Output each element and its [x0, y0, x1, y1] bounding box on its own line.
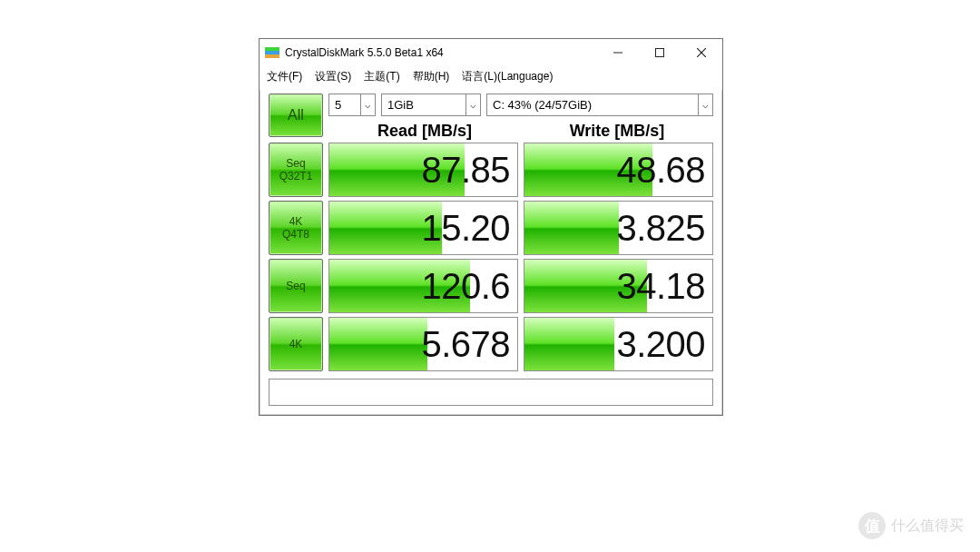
menubar: 文件(F) 设置(S) 主题(T) 帮助(H) 语言(L)(Language) [260, 66, 722, 90]
seq-write-value: 34.18 [524, 260, 712, 312]
client-area: All 5 ⌵ 1GiB ⌵ C: 43% (24/57GiB) ⌵ [260, 90, 722, 415]
svg-rect-2 [265, 54, 279, 58]
seq-q32t1-write: 48.68 [524, 143, 713, 197]
titlebar: CrystalDiskMark 5.5.0 Beta1 x64 [260, 39, 722, 66]
4k-q4t8-button[interactable]: 4K Q4T8 [269, 201, 323, 255]
4k-q4t8-write-value: 3.825 [524, 202, 712, 254]
row-seq: Seq 120.6 34.18 [269, 259, 713, 313]
app-icon [265, 45, 279, 60]
4k-read: 5.678 [328, 317, 518, 371]
menu-file[interactable]: 文件(F) [263, 68, 306, 85]
4k-write-value: 3.200 [524, 318, 712, 370]
seq-read-value: 120.6 [329, 260, 517, 312]
watermark-text: 什么值得买 [891, 517, 964, 536]
seq-q32t1-read: 87.85 [328, 143, 518, 197]
row-seq-q32t1: Seq Q32T1 87.85 48.68 [269, 143, 713, 197]
svg-rect-1 [265, 51, 279, 54]
menu-language[interactable]: 语言(L)(Language) [458, 68, 556, 85]
app-window: CrystalDiskMark 5.5.0 Beta1 x64 文件(F) 设置… [259, 38, 723, 416]
chevron-down-icon: ⌵ [698, 94, 709, 115]
4k-read-value: 5.678 [329, 318, 517, 370]
test-size-select[interactable]: 1GiB ⌵ [381, 94, 481, 116]
svg-rect-4 [656, 49, 664, 57]
4k-q4t8-write: 3.825 [524, 201, 713, 255]
menu-theme[interactable]: 主题(T) [360, 68, 403, 85]
seq-q32t1-button[interactable]: Seq Q32T1 [269, 143, 323, 197]
minimize-button[interactable] [597, 39, 639, 66]
4k-write: 3.200 [524, 317, 713, 371]
drive-select[interactable]: C: 43% (24/57GiB) ⌵ [486, 94, 713, 116]
status-box [269, 379, 713, 406]
maximize-button[interactable] [639, 39, 681, 66]
test-size-value: 1GiB [387, 98, 414, 112]
svg-rect-0 [265, 47, 279, 51]
watermark: 值 什么值得买 [858, 512, 964, 539]
menu-settings[interactable]: 设置(S) [311, 68, 355, 85]
row-4k-q4t8: 4K Q4T8 15.20 3.825 [269, 201, 713, 255]
seq-write: 34.18 [524, 259, 713, 313]
seq-read: 120.6 [328, 259, 518, 313]
4k-q4t8-read: 15.20 [328, 201, 518, 255]
test-count-value: 5 [335, 98, 341, 112]
drive-value: C: 43% (24/57GiB) [493, 98, 592, 112]
seq-q32t1-read-value: 87.85 [329, 143, 517, 196]
row-4k: 4K 5.678 3.200 [269, 317, 713, 371]
seq-q32t1-write-value: 48.68 [524, 143, 712, 196]
watermark-icon: 值 [858, 512, 886, 539]
4k-q4t8-read-value: 15.20 [329, 202, 517, 254]
write-header: Write [MB/s] [521, 122, 713, 141]
menu-help[interactable]: 帮助(H) [409, 68, 454, 85]
chevron-down-icon: ⌵ [466, 94, 476, 115]
read-header: Read [MB/s] [328, 122, 521, 141]
window-title: CrystalDiskMark 5.5.0 Beta1 x64 [285, 46, 444, 59]
seq-button[interactable]: Seq [269, 259, 323, 313]
chevron-down-icon: ⌵ [360, 94, 371, 115]
all-button[interactable]: All [269, 94, 323, 137]
test-count-select[interactable]: 5 ⌵ [328, 94, 376, 116]
all-button-label: All [288, 109, 304, 122]
close-button[interactable] [681, 39, 722, 66]
4k-button[interactable]: 4K [269, 317, 323, 371]
